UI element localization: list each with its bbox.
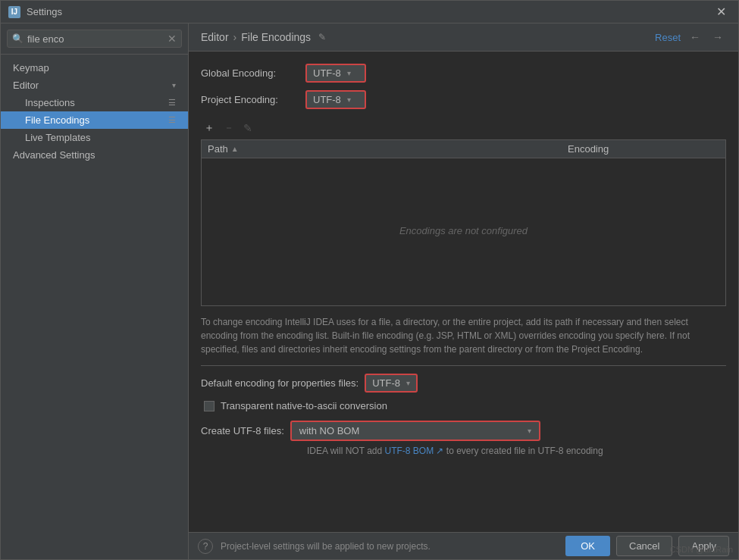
search-input[interactable] (27, 33, 168, 45)
bom-notice: IDEA will NOT add UTF-8 BOM ↗ to every c… (201, 446, 726, 456)
close-button[interactable]: ✕ (712, 3, 731, 20)
global-encoding-dropdown[interactable]: UTF-8 ▾ (305, 64, 366, 83)
chevron-down-icon: ▾ (406, 379, 410, 387)
chevron-down-icon: ▾ (347, 69, 351, 77)
col-encoding-header: Encoding (568, 143, 719, 155)
edit-icon[interactable]: ✎ (318, 32, 326, 42)
app-icon: IJ (8, 6, 20, 18)
default-encoding-dropdown[interactable]: UTF-8 ▾ (365, 374, 418, 393)
global-encoding-row: Global Encoding: UTF-8 ▾ (201, 64, 726, 83)
bom-notice-text: IDEA will NOT add (307, 446, 384, 456)
col-path-header[interactable]: Path ▲ (208, 143, 568, 155)
transparent-native-label: Transparent native-to-ascii conversion (221, 400, 387, 411)
settings-window: IJ Settings ✕ 🔍 ✕ Keymap Editor ▾ (0, 0, 739, 560)
header-actions: Reset ← → (655, 30, 726, 45)
sidebar-item-live-templates[interactable]: Live Templates (1, 129, 188, 146)
sidebar-nav: Keymap Editor ▾ Inspections ☰ File Encod… (1, 55, 188, 559)
encoding-toolbar: ＋ － ✎ (201, 117, 726, 139)
sidebar-item-label: File Encodings (25, 114, 89, 126)
window-title: Settings (27, 6, 62, 17)
project-encoding-row: Project Encoding: UTF-8 ▾ (201, 90, 726, 109)
reset-button[interactable]: Reset (655, 32, 681, 43)
back-arrow-button[interactable]: ← (687, 30, 703, 45)
footer-note: Project-level settings will be applied t… (221, 541, 431, 552)
main-content: 🔍 ✕ Keymap Editor ▾ Inspections ☰ (1, 23, 738, 559)
sidebar-item-file-encodings[interactable]: File Encodings ☰ (1, 111, 188, 129)
breadcrumb-parent[interactable]: Editor (201, 31, 229, 43)
help-button[interactable]: ? (198, 539, 213, 554)
table-header: Path ▲ Encoding (202, 140, 725, 158)
sidebar-item-label: Keymap (13, 62, 49, 74)
add-button[interactable]: ＋ (201, 120, 218, 136)
create-utf8-row: Create UTF-8 files: with NO BOM ▾ (201, 421, 726, 441)
sidebar-item-label: Editor (13, 80, 39, 91)
footer: ? Project-level settings will be applied… (189, 532, 738, 559)
transparent-native-checkbox[interactable] (204, 401, 214, 411)
project-encoding-label: Project Encoding: (201, 94, 299, 105)
global-encoding-value: UTF-8 (313, 67, 341, 79)
edit-button[interactable]: ✎ (240, 120, 255, 136)
search-input-wrap[interactable]: 🔍 ✕ (7, 30, 182, 48)
breadcrumb-current: File Encodings (241, 31, 311, 43)
table-body: Encodings are not configured (202, 158, 725, 302)
project-encoding-dropdown[interactable]: UTF-8 ▾ (305, 90, 366, 109)
ok-button[interactable]: OK (565, 536, 610, 556)
main-panel: Editor › File Encodings ✎ Reset ← → Glob… (189, 23, 738, 559)
sidebar-item-inspections[interactable]: Inspections ☰ (1, 94, 188, 111)
main-body: Global Encoding: UTF-8 ▾ Project Encodin… (189, 52, 738, 532)
create-utf8-dropdown[interactable]: with NO BOM ▾ (290, 421, 540, 441)
watermark: CSDN @antRain (670, 545, 733, 554)
main-header: Editor › File Encodings ✎ Reset ← → (189, 23, 738, 52)
sidebar-item-icon: ☰ (168, 98, 176, 108)
sidebar-item-label: Live Templates (25, 132, 90, 143)
clear-search-button[interactable]: ✕ (168, 33, 177, 45)
default-encoding-value: UTF-8 (372, 377, 400, 389)
sidebar-item-advanced-settings[interactable]: Advanced Settings (1, 146, 188, 164)
cancel-button[interactable]: Cancel (616, 536, 672, 556)
search-box: 🔍 ✕ (1, 23, 188, 55)
search-icon: 🔍 (12, 33, 23, 44)
default-encoding-row: Default encoding for properties files: U… (201, 374, 726, 393)
create-utf8-label: Create UTF-8 files: (201, 425, 284, 436)
global-encoding-label: Global Encoding: (201, 67, 299, 79)
transparent-native-row: Transparent native-to-ascii conversion (201, 400, 726, 411)
sidebar: 🔍 ✕ Keymap Editor ▾ Inspections ☰ (1, 23, 189, 559)
sidebar-item-keymap[interactable]: Keymap (1, 59, 188, 77)
encodings-table: Path ▲ Encoding Encodings are not config… (201, 139, 726, 306)
default-encoding-label: Default encoding for properties files: (201, 377, 359, 389)
separator (201, 365, 726, 366)
utf8-bom-link[interactable]: UTF-8 BOM ↗ (384, 446, 443, 456)
info-text: To change encoding IntelliJ IDEA uses fo… (201, 315, 726, 356)
sidebar-item-label: Advanced Settings (13, 149, 95, 161)
bom-notice-suffix: to every created file in UTF-8 encoding (443, 446, 603, 456)
sidebar-item-editor[interactable]: Editor ▾ (1, 77, 188, 94)
sidebar-item-icon: ☰ (168, 115, 176, 125)
forward-arrow-button[interactable]: → (709, 30, 726, 45)
chevron-down-icon: ▾ (172, 81, 176, 89)
project-encoding-value: UTF-8 (313, 94, 341, 105)
breadcrumb-separator: › (233, 31, 237, 43)
remove-button[interactable]: － (221, 120, 237, 136)
sort-icon: ▲ (231, 145, 239, 153)
empty-message: Encodings are not configured (399, 225, 528, 236)
breadcrumb: Editor › File Encodings ✎ (201, 31, 326, 43)
chevron-down-icon: ▾ (528, 427, 531, 435)
sidebar-item-label: Inspections (25, 97, 75, 108)
create-utf8-value: with NO BOM (299, 425, 359, 436)
chevron-down-icon: ▾ (347, 95, 351, 104)
title-bar: IJ Settings ✕ (1, 1, 738, 23)
